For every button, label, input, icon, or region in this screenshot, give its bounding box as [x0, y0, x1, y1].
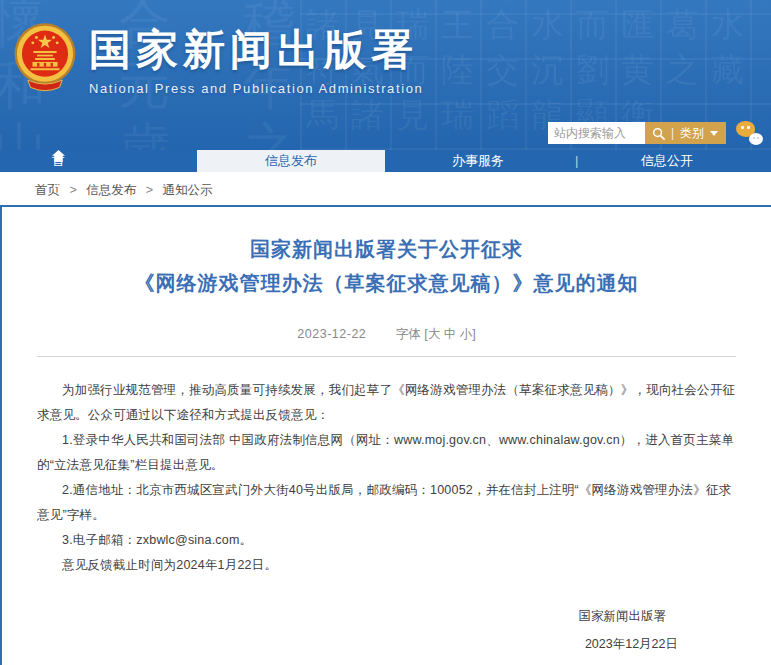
article-title-line2: 《网络游戏管理办法（草案征求意见稿）》意见的通知	[135, 272, 639, 294]
paragraph: 1.登录中华人民共和国司法部 中国政府法制信息网（网址：www.moj.gov.…	[37, 428, 736, 478]
nav-separator: |	[575, 150, 578, 172]
main-nav: 首页 信息发布 办事服务 | 信息公开	[0, 150, 771, 172]
article-meta: 2023-12-22 字体 [大 中 小]	[37, 326, 736, 343]
signature-agency: 国家新闻出版署	[37, 604, 736, 629]
breadcrumb-notices[interactable]: 通知公示	[163, 183, 213, 197]
site-subtitle: National Press and Publication Administr…	[89, 81, 423, 96]
breadcrumb: 首页 > 信息发布 > 通知公示	[0, 172, 771, 207]
site-titles: 国家新闻出版署 National Press and Publication A…	[89, 26, 423, 96]
home-logo-link[interactable]: 国家新闻出版署 National Press and Publication A…	[12, 22, 423, 96]
search-input[interactable]	[548, 122, 645, 144]
nav-item-info-disclosure[interactable]: 信息公开	[621, 150, 713, 172]
font-size-control[interactable]: 字体 [大 中 小]	[396, 327, 476, 341]
paragraph: 为加强行业规范管理，推动高质量可持续发展，我们起草了《网络游戏管理办法（草案征求…	[37, 378, 736, 428]
header-tools: | 类别	[548, 121, 763, 145]
signature-block: 国家新闻出版署 2023年12月22日	[37, 604, 736, 657]
article-title: 国家新闻出版署关于公开征求 《网络游戏管理办法（草案征求意见稿）》意见的通知	[37, 207, 736, 300]
article-body: 为加强行业规范管理，推动高质量可持续发展，我们起草了《网络游戏管理办法（草案征求…	[37, 378, 736, 578]
search-divider: |	[671, 126, 674, 140]
breadcrumb-separator: >	[69, 183, 76, 197]
national-emblem-icon	[12, 22, 78, 96]
chevron-down-icon[interactable]	[710, 131, 718, 136]
paragraph: 3.电子邮箱：zxbwlc@sina.com。	[37, 528, 736, 553]
site-title: 国家新闻出版署	[89, 26, 423, 74]
nav-item-home[interactable]: 首页	[52, 150, 65, 162]
nav-item-label: 首页	[52, 150, 65, 194]
article-content: 国家新闻出版署关于公开征求 《网络游戏管理办法（草案征求意见稿）》意见的通知 2…	[0, 207, 771, 665]
nav-item-services[interactable]: 办事服务	[430, 150, 526, 172]
page: 懷 合 稽 和 元 年 山 歲 之 早 至 諸見瑞王合水而匯葛水符氣而陸交沉劉黄…	[0, 0, 771, 665]
search-category-dropdown[interactable]: 类别	[680, 125, 704, 142]
paragraph: 2.通信地址：北京市西城区宣武门外大街40号出版局，邮政编码：100052，并在…	[37, 478, 736, 528]
search-icon[interactable]	[652, 127, 665, 140]
publish-date: 2023-12-22	[297, 327, 366, 341]
site-search: | 类别	[548, 122, 726, 144]
breadcrumb-separator: >	[146, 183, 153, 197]
signature-date: 2023年12月22日	[37, 632, 736, 657]
wechat-icon[interactable]	[736, 121, 763, 145]
divider	[37, 356, 736, 357]
article-title-line1: 国家新闻出版署关于公开征求	[250, 238, 523, 260]
breadcrumb-info-release[interactable]: 信息发布	[86, 183, 136, 197]
site-header: 懷 合 稽 和 元 年 山 歲 之 早 至 諸見瑞王合水而匯葛水符氣而陸交沉劉黄…	[0, 0, 771, 150]
paragraph: 意见反馈截止时间为2024年1月22日。	[37, 553, 736, 578]
search-controls: | 类别	[645, 122, 726, 144]
nav-item-info-release[interactable]: 信息发布	[197, 150, 385, 172]
